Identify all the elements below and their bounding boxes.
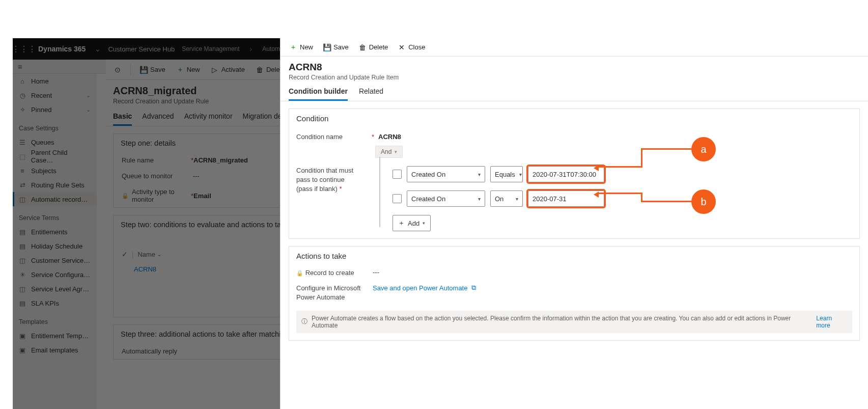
lock-icon: 🔒 (122, 193, 129, 199)
chevron-down-icon: ▾ (516, 196, 518, 202)
nav-pinned[interactable]: ✧Pinned⌄ (13, 102, 97, 117)
nav-ent-label: Entitlements (31, 228, 68, 236)
operator-select[interactable]: Equals▾ (490, 166, 523, 182)
panel-delete-button[interactable]: 🗑Delete (355, 41, 393, 53)
activate-label: Activate (221, 66, 245, 73)
row-checkbox[interactable] (393, 194, 402, 203)
nav-recent-label: Recent (31, 92, 52, 99)
required-marker (191, 172, 193, 180)
rule-item-panel: ＋New 💾Save 🗑Delete ✕Close ACRN8 Record C… (280, 38, 868, 409)
nav-sla-kpis[interactable]: ▤SLA KPIs (13, 296, 97, 310)
checkmark-icon[interactable]: ✓ (122, 250, 128, 258)
nav-group-templates: Templates (13, 310, 97, 329)
field-select[interactable]: Created On▾ (407, 190, 485, 207)
nav-sla-label: Service Level Agr… (31, 285, 89, 293)
nav-subjects[interactable]: ≡Subjects (13, 163, 97, 178)
separator (130, 64, 131, 75)
nav-pinned-label: Pinned (31, 106, 51, 114)
condition-row-2: Created On▾ On▾ 2020-07-31 (393, 190, 852, 207)
condition-name-label: Condition name (296, 130, 368, 141)
nav-parent-child[interactable]: ⬚Parent Child Case… (13, 149, 97, 163)
nav-sla[interactable]: ◫Service Level Agr… (13, 282, 97, 296)
panel-title: ACRN8 (289, 62, 860, 73)
nav-queues[interactable]: ☰Queues (13, 135, 97, 149)
doc-icon: ▤ (19, 228, 26, 235)
template-icon: ▣ (19, 332, 26, 339)
operator-select[interactable]: On▾ (490, 190, 523, 207)
chevron-down-icon: ▾ (423, 221, 425, 226)
and-operator-chip[interactable]: And ▾ (375, 146, 403, 158)
save-icon: 💾 (323, 44, 330, 51)
chevron-down-icon[interactable]: ⌄ (95, 45, 101, 53)
learn-more-link[interactable]: Learn more (816, 315, 847, 329)
panel-tabs: Condition builder Related (281, 82, 868, 101)
panel-save-label: Save (333, 43, 349, 51)
nav-service-config[interactable]: ✳Service Configura… (13, 267, 97, 282)
nav-routing-rules[interactable]: ⇄Routing Rule Sets (13, 178, 97, 192)
info-text: Power Automate creates a flow based on t… (312, 315, 812, 329)
chevron-down-icon: ▾ (395, 149, 397, 154)
col-name[interactable]: Name⌄ (137, 251, 161, 258)
nav-automatic-record[interactable]: ◫Automatic record… (13, 192, 97, 206)
value-text: 2020-07-31T07:30:00 (533, 171, 596, 178)
condition-name-value[interactable]: ACRN8 (378, 130, 401, 141)
nav-kpi-label: SLA KPIs (31, 299, 59, 307)
nav-customer-service[interactable]: ◫Customer Service… (13, 253, 97, 267)
chevron-down-icon: ⌄ (86, 92, 91, 99)
record-label-text: Record to create (305, 269, 354, 277)
brand-label: Dynamics 365 (38, 45, 86, 53)
value-input-a[interactable]: 2020-07-31T07:30:00 (528, 166, 604, 182)
tab-activity-monitor[interactable]: Activity monitor (184, 112, 233, 126)
nav-group-service-terms: Service Terms (13, 206, 97, 225)
actions-group: Actions to take 🔒 Record to create --- C… (289, 246, 860, 341)
nav-routing-label: Routing Rule Sets (31, 181, 85, 189)
save-button[interactable]: 💾Save (136, 64, 170, 75)
activate-button[interactable]: ▷Activate (207, 64, 249, 75)
queue-value[interactable]: --- (193, 172, 200, 180)
nav-entitlements[interactable]: ▤Entitlements (13, 225, 97, 239)
panel-new-button[interactable]: ＋New (286, 41, 317, 53)
rule-name-label: Rule name (122, 156, 188, 164)
save-open-power-automate-link[interactable]: Save and open Power Automate ⧉ (373, 284, 476, 292)
tab-advanced[interactable]: Advanced (142, 112, 174, 126)
panel-delete-label: Delete (369, 43, 388, 51)
and-label: And (381, 148, 391, 155)
condition-name-row: Condition name * ACRN8 (289, 128, 859, 143)
nav-home-label: Home (31, 77, 49, 85)
new-button[interactable]: ＋New (173, 64, 204, 75)
breadcrumb-chevron-icon: › (250, 45, 253, 53)
tab-condition-builder[interactable]: Condition builder (289, 87, 348, 101)
breadcrumb-1[interactable]: Service Management (182, 45, 239, 52)
add-condition-button[interactable]: ＋ Add ▾ (393, 215, 431, 231)
tab-related[interactable]: Related (359, 87, 383, 101)
hamburger-icon[interactable]: ≡ (18, 62, 22, 71)
panel-close-label: Close (408, 43, 425, 51)
back-button[interactable]: ⊙ (110, 64, 125, 75)
panel-save-button[interactable]: 💾Save (319, 41, 353, 53)
nav-cs-label: Customer Service… (31, 257, 90, 264)
nav-sc-label: Service Configura… (31, 271, 90, 279)
value-input-b[interactable]: 2020-07-31 (528, 190, 604, 207)
add-label: Add (408, 220, 419, 227)
new-label: New (187, 66, 200, 73)
row-checkbox[interactable] (393, 170, 402, 179)
field-select[interactable]: Created On▾ (407, 166, 485, 182)
app-name[interactable]: Customer Service Hub (108, 45, 175, 53)
nav-holiday-label: Holiday Schedule (31, 242, 82, 250)
panel-close-button[interactable]: ✕Close (394, 41, 429, 53)
record-value[interactable]: --- (373, 268, 379, 276)
nav-recent[interactable]: ◷Recent⌄ (13, 88, 97, 102)
calendar-icon: ▤ (19, 242, 26, 250)
back-icon: ⊙ (114, 66, 121, 73)
nav-home[interactable]: ⌂Home (13, 74, 97, 88)
nav-holiday[interactable]: ▤Holiday Schedule (13, 239, 97, 253)
tab-basic[interactable]: Basic (113, 112, 132, 126)
waffle-icon[interactable]: ⋮⋮⋮ (17, 42, 31, 56)
route-icon: ⇄ (19, 181, 26, 188)
nav-entitlement-temp[interactable]: ▣Entitlement Temp… (13, 329, 97, 343)
nav-email-templates[interactable]: ▣Email templates (13, 343, 97, 357)
sla-icon: ◫ (19, 285, 26, 292)
rule-name-value[interactable]: ACRN8_migrated (193, 156, 248, 164)
panel-command-bar: ＋New 💾Save 🗑Delete ✕Close (281, 38, 868, 57)
builder-canvas: And ▾ Created On▾ Equals▾ 2020-07-31T07:… (375, 146, 852, 238)
